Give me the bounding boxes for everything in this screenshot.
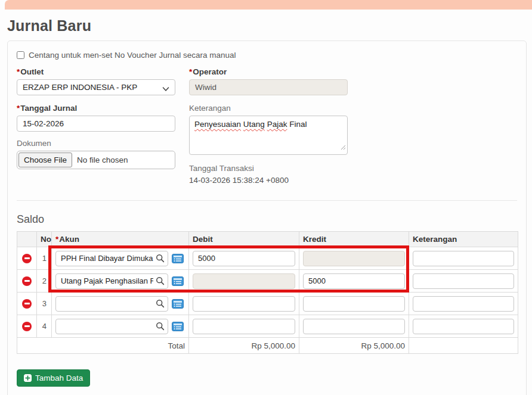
- kredit-column-header: Kredit: [299, 232, 409, 247]
- form-left-column: *Outlet ERZAP ERP INDONESIA - PKP *Tangg…: [17, 67, 175, 185]
- remove-row-button[interactable]: [22, 299, 32, 309]
- delete-column-header: [17, 232, 37, 247]
- tanggal-transaksi-value: 14-03-2026 15:38:24 +0800: [189, 176, 348, 185]
- debit-input[interactable]: [193, 319, 295, 334]
- saldo-row-2: 2: [17, 270, 518, 293]
- manual-voucher-label: Centang untuk men-set No Voucher Jurnal …: [29, 51, 236, 60]
- form-grid: *Outlet ERZAP ERP INDONESIA - PKP *Tangg…: [17, 67, 517, 185]
- journal-form-card: Centang untuk men-set No Voucher Jurnal …: [7, 41, 527, 395]
- account-list-icon[interactable]: [172, 254, 184, 263]
- saldo-heading: Saldo: [17, 213, 517, 226]
- operator-required-mark: *: [189, 67, 192, 76]
- tanggal-jurnal-input[interactable]: [17, 116, 175, 132]
- search-icon[interactable]: [156, 254, 165, 265]
- saldo-total-row: Total Rp 5,000.00 Rp 5,000.00: [17, 338, 518, 354]
- search-icon[interactable]: [156, 276, 165, 287]
- row-number: 3: [37, 293, 52, 315]
- kredit-input[interactable]: [303, 273, 405, 289]
- keterangan-word: Final: [289, 120, 307, 129]
- keterangan-column-header: Keterangan: [409, 232, 518, 247]
- top-accent-bar: [5, 0, 532, 10]
- saldo-row-3: 3: [17, 293, 518, 315]
- outlet-required-mark: *: [17, 67, 20, 76]
- textarea-resize-handle[interactable]: [340, 142, 346, 153]
- saldo-row-4: 4: [17, 315, 518, 338]
- debit-input[interactable]: [193, 251, 295, 266]
- page: Jurnal Baru Centang untuk men-set No Vou…: [0, 0, 532, 395]
- kredit-input[interactable]: [303, 296, 405, 312]
- file-chosen-status: No file chosen: [77, 155, 128, 164]
- plus-square-icon: [24, 374, 32, 382]
- saldo-row-1: 1: [17, 247, 518, 270]
- section-divider: [17, 200, 517, 201]
- keterangan-input[interactable]: [413, 273, 514, 289]
- keterangan-input[interactable]: [413, 319, 514, 334]
- manual-voucher-checkbox-row[interactable]: Centang untuk men-set No Voucher Jurnal …: [17, 51, 517, 60]
- debit-input: [193, 273, 295, 289]
- account-list-icon[interactable]: [172, 299, 184, 309]
- kredit-input[interactable]: [303, 319, 405, 334]
- outlet-label: *Outlet: [17, 67, 175, 76]
- operator-input: [189, 79, 348, 95]
- row-number: 2: [37, 270, 52, 293]
- remove-row-button[interactable]: [22, 254, 32, 263]
- keterangan-word: Utang: [243, 120, 265, 129]
- search-icon[interactable]: [156, 299, 165, 310]
- tanggal-transaksi-label: Tanggal Transaksi: [189, 164, 348, 173]
- manual-voucher-checkbox[interactable]: [17, 51, 24, 59]
- akun-column-header: *Akun: [52, 232, 189, 247]
- tanggal-jurnal-label: *Tanggal Jurnal: [17, 104, 175, 113]
- remove-row-button[interactable]: [22, 276, 32, 286]
- tambah-data-button[interactable]: Tambah Data: [17, 369, 90, 387]
- dokumen-label: Dokumen: [17, 139, 175, 148]
- akun-input[interactable]: [55, 296, 168, 312]
- total-kredit: Rp 5,000.00: [299, 338, 409, 354]
- keterangan-word: Penyesuaian: [194, 120, 241, 129]
- operator-label: *Operator: [189, 67, 348, 76]
- tambah-data-label: Tambah Data: [35, 374, 83, 382]
- saldo-table-wrap: No *Akun Debit Kredit Keterangan 1: [17, 231, 517, 354]
- total-label: Total: [17, 338, 189, 354]
- debit-input[interactable]: [193, 296, 295, 312]
- form-right-column: *Operator Keterangan Penyesuaian Utang P…: [189, 67, 348, 185]
- akun-input[interactable]: [55, 319, 168, 334]
- row-number: 1: [37, 247, 52, 270]
- remove-row-button[interactable]: [22, 322, 32, 331]
- tanggal-jurnal-required-mark: *: [17, 104, 20, 113]
- choose-file-button[interactable]: Choose File: [18, 153, 72, 167]
- total-debit: Rp 5,000.00: [189, 338, 299, 354]
- account-list-icon[interactable]: [172, 276, 184, 286]
- saldo-table: No *Akun Debit Kredit Keterangan 1: [17, 231, 518, 354]
- keterangan-textarea[interactable]: Penyesuaian Utang Pajak Final: [189, 116, 348, 155]
- keterangan-label: Keterangan: [189, 104, 348, 113]
- keterangan-word: Pajak: [267, 120, 287, 129]
- chevron-down-icon: [162, 85, 169, 94]
- total-keterangan-empty: [409, 338, 518, 354]
- outlet-select[interactable]: ERZAP ERP INDONESIA - PKP: [17, 79, 175, 95]
- page-title: Jurnal Baru: [7, 17, 91, 35]
- kredit-input: [303, 251, 405, 266]
- row-number: 4: [37, 315, 52, 338]
- keterangan-input[interactable]: [413, 296, 514, 312]
- search-icon[interactable]: [156, 322, 165, 332]
- outlet-select-value: ERZAP ERP INDONESIA - PKP: [23, 83, 137, 92]
- no-column-header: No: [37, 232, 52, 247]
- akun-input[interactable]: [55, 251, 168, 266]
- account-list-icon[interactable]: [172, 322, 184, 331]
- saldo-header-row: No *Akun Debit Kredit Keterangan: [17, 232, 518, 247]
- debit-column-header: Debit: [189, 232, 299, 247]
- keterangan-input[interactable]: [413, 251, 514, 266]
- akun-input[interactable]: [55, 273, 168, 289]
- dokumen-file-input[interactable]: Choose File No file chosen: [17, 151, 175, 169]
